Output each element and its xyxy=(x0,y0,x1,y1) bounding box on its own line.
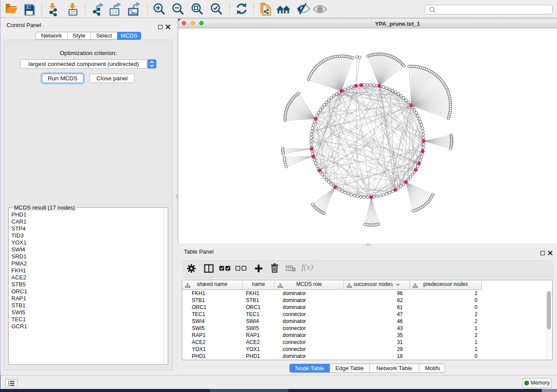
svg-text:f(x): f(x) xyxy=(301,262,313,272)
